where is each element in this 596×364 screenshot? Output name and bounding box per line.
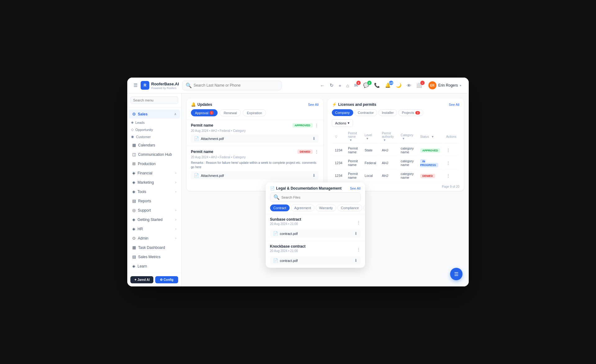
download-icon-2[interactable]: ⬇ [312,173,316,178]
download-icon-c1[interactable]: ⬇ [354,231,358,236]
sidebar-bottom: ✦ Jared AI ⚙ Config [127,273,181,286]
sidebar-item-opportunity[interactable]: ◇ Opportunity [127,126,181,133]
user-menu[interactable]: ER Erin Rogers ▾ [426,80,464,91]
theme-button[interactable]: 🌙 [395,81,403,89]
jared-ai-button[interactable]: ✦ Jared AI [130,276,153,283]
window-button[interactable]: ⬜ • [415,81,423,89]
sidebar-item-marketing[interactable]: ◈ Marketing › [129,178,180,187]
licenses-see-all[interactable]: See All [449,103,459,106]
permit-more-1[interactable]: ⋮ [314,123,319,128]
sidebar-item-support[interactable]: ◎ Support › [129,206,180,215]
table-row: 1234 Permit name State AHJ category name… [332,144,459,156]
add-button[interactable]: + [337,82,343,89]
chevron-right-icon-7: › [175,236,176,240]
updates-panel: 🔔 Updates See All Approval 1 Renewal [187,98,323,191]
sidebar-item-financial[interactable]: ◈ Financial › [129,169,180,178]
window-badge: • [420,81,425,85]
chevron-up-icon: ∧ [174,112,176,116]
fab-button[interactable]: ☰ [450,268,463,280]
marketing-icon: ◈ [132,180,135,185]
contract-more-2[interactable]: ⋮ [356,247,361,252]
fptab-incentive[interactable]: Incentive [363,204,365,211]
row-actions-3[interactable]: ⋮ [446,173,450,178]
sidebar-item-hr[interactable]: ◈ HR › [129,224,180,233]
app-logo-icon: R [141,81,149,90]
contract-name-1: Sunbase contract [270,217,301,222]
permit-more-2[interactable]: ⋮ [314,149,319,154]
notifications-button[interactable]: 🔔 123 [384,81,392,89]
bell-icon: 🔔 [191,102,196,107]
sidebar: ⊙ Sales ∧ ◈ Leads ◇ Opportunity ◉ Custom… [127,93,182,286]
accessibility-button[interactable]: 👁 [405,82,413,89]
opportunity-icon: ◇ [131,128,133,132]
sidebar-item-tools[interactable]: ◈ Tools › [129,187,180,196]
actions-button[interactable]: Actions ▾ [332,119,353,127]
search-input[interactable] [194,83,278,88]
fptab-agreement[interactable]: Agreement [291,204,314,211]
sidebar-item-learn[interactable]: ◈ Learn [129,262,180,271]
table-row: 1234 Permit name Federal AHJ category na… [332,157,459,169]
download-icon-c2[interactable]: ⬇ [354,258,358,263]
sidebar-item-reports[interactable]: ▤ Reports [129,196,180,205]
leads-icon: ◈ [131,120,133,124]
sidebar-item-admin[interactable]: ⊙ Admin › [129,234,180,243]
reports-icon: ▤ [132,199,136,203]
sidebar-item-communication-hub[interactable]: ◫ Communication Hub [129,150,180,159]
row-actions-2[interactable]: ⋮ [446,160,450,165]
legal-see-all[interactable]: See All [350,186,360,190]
fptab-warranty[interactable]: Warranty [316,204,336,211]
download-icon-1[interactable]: ⬇ [312,136,316,141]
fptab-contract[interactable]: Contract [270,204,290,211]
main-layout: ⊙ Sales ∧ ◈ Leads ◇ Opportunity ◉ Custom… [127,93,469,286]
sidebar-item-getting-started[interactable]: ◈ Getting Started › [129,215,180,224]
chevron-right-icon-5: › [175,218,176,221]
refresh-button[interactable]: ↻ [328,81,335,89]
chat-button[interactable]: 💬 2 [362,81,370,89]
ltab-projects[interactable]: Projects 3 [398,109,423,116]
notifications-badge: 123 [389,81,393,85]
tab-approval[interactable]: Approval 1 [191,109,218,116]
lightning-icon: ⚡ [332,102,337,107]
contract-name-2: Knockbase contract [270,244,306,249]
actions-label: Actions [335,121,346,125]
legal-search-input[interactable] [282,195,357,199]
ltab-installer[interactable]: Installer [378,109,397,116]
email-button[interactable]: ✉ 2 [353,81,359,89]
pdf-icon-c1: 📄 [273,231,278,236]
sidebar-search-input[interactable] [130,97,178,104]
config-button[interactable]: ⚙ Config [155,276,178,283]
permit-name-2: Permit name [191,150,213,154]
updates-see-all[interactable]: See All [308,103,318,106]
ltab-company[interactable]: Company [332,109,353,116]
permit-name-1: Permit name [191,123,213,128]
phone-button[interactable]: 📞 [373,81,381,89]
global-search-bar[interactable]: 🔍 [182,81,282,90]
sidebar-item-sales-metrics[interactable]: ▤ Sales Metrics [129,252,180,261]
sidebar-item-task-dashboard[interactable]: ▦ Task Dashboard [129,243,180,252]
tab-renewal[interactable]: Renewal [219,109,241,116]
fptab-compliance[interactable]: Compliance [337,204,362,211]
legal-panel-title: Legal & Documentation Management [276,186,342,191]
attachment-name-1: Attachment.pdf [201,137,224,141]
support-icon: ◎ [132,208,136,213]
sales-icon: ⊙ [132,112,136,116]
contract-more-1[interactable]: ⋮ [356,220,361,225]
tab-expiration[interactable]: Expiration [243,109,266,116]
contract-item-2: Knockbase contract 20 Aug 2024 • 21:00 ⋮… [266,241,365,268]
sidebar-item-calendars[interactable]: ▦ Calendars [129,141,180,150]
chevron-right-icon-6: › [175,227,176,231]
permits-table: ▽ Permit name ▼ Level ▼ Permit authority… [332,129,460,182]
permit-meta-1: 20 Aug 2024 • AHJ • Federal • Category [191,129,319,133]
menu-toggle-button[interactable]: ☰ [132,81,139,89]
sidebar-item-leads[interactable]: ◈ Leads [127,119,181,126]
row-actions-1[interactable]: ⋮ [446,148,450,153]
sidebar-item-sales[interactable]: ⊙ Sales ∧ [129,110,180,119]
ltab-contractor[interactable]: Contractor [354,109,377,116]
col-actions: Actions [444,130,459,144]
row-status-2: IN PROGRESS [420,159,438,167]
back-button[interactable]: ← [319,82,326,89]
sidebar-item-customer[interactable]: ◉ Customer [127,133,181,140]
updates-panel-title: Updates [197,102,212,107]
sidebar-item-production[interactable]: ⊞ Production [129,159,180,168]
home-button[interactable]: ⌂ [345,82,350,89]
